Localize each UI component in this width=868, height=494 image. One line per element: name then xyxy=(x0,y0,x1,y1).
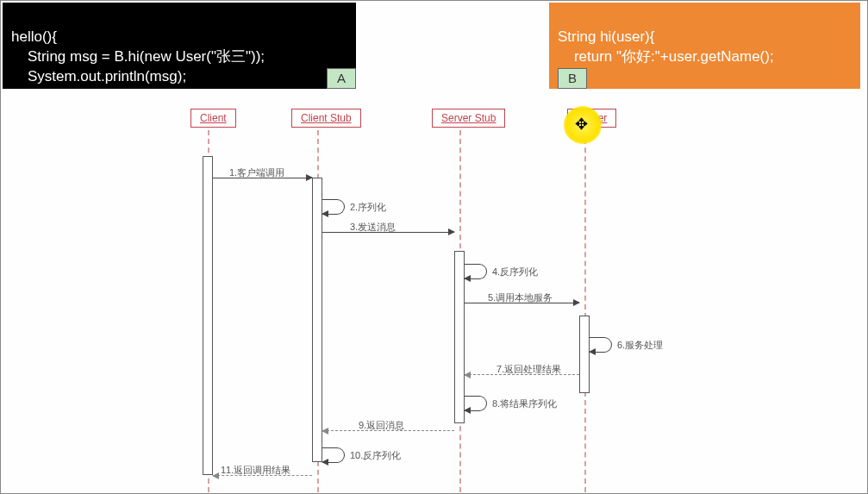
code-box-b: String hi(user){ return "你好:"+user.getNa… xyxy=(549,3,860,89)
code-b-l1: String hi(user){ xyxy=(558,28,654,45)
lane-client: Client xyxy=(190,109,236,128)
lifeline-server xyxy=(584,130,586,492)
loop-4 xyxy=(465,264,487,279)
code-a-l1: hello(){ xyxy=(11,28,57,45)
msg-3: 3.发送消息 xyxy=(350,221,396,234)
lane-server-stub: Server Stub xyxy=(432,109,505,128)
loop-2 xyxy=(322,199,345,215)
label-a: A xyxy=(327,68,356,89)
code-b-l2: return "你好:"+user.getName(); xyxy=(558,48,774,65)
code-a-l3: System.out.println(msg); xyxy=(11,68,186,84)
sequence-diagram: Client Client Stub Server Stub Server 1.… xyxy=(156,96,708,488)
cursor-highlight: ✥ xyxy=(564,106,602,144)
msg-9: 9.返回消息 xyxy=(359,419,404,432)
code-a-l4: } xyxy=(11,88,16,104)
move-cursor-icon: ✥ xyxy=(575,115,588,134)
bar-client xyxy=(203,156,213,475)
msg-6: 6.服务处理 xyxy=(617,339,663,352)
code-box-a: hello(){ String msg = B.hi(new User("张三"… xyxy=(3,3,356,89)
msg-8: 8.将结果序列化 xyxy=(492,397,557,410)
loop-6 xyxy=(590,337,612,353)
code-a-l2: String msg = B.hi(new User("张三")); xyxy=(11,48,265,65)
lane-client-stub: Client Stub xyxy=(291,109,361,128)
loop-10 xyxy=(322,447,345,463)
msg-2: 2.序列化 xyxy=(350,201,386,214)
bar-client-stub xyxy=(312,178,322,462)
msg-1: 1.客户端调用 xyxy=(229,166,284,179)
msg-5: 5.调用本地服务 xyxy=(488,291,553,304)
loop-8 xyxy=(465,396,487,411)
diagram-container: hello(){ String msg = B.hi(new User("张三"… xyxy=(0,0,868,494)
msg-7: 7.返回处理结果 xyxy=(496,363,561,376)
label-b: B xyxy=(558,68,587,89)
msg-11: 11.返回调用结果 xyxy=(221,464,290,477)
msg-4: 4.反序列化 xyxy=(492,266,538,278)
msg-10: 10.反序列化 xyxy=(350,449,401,462)
